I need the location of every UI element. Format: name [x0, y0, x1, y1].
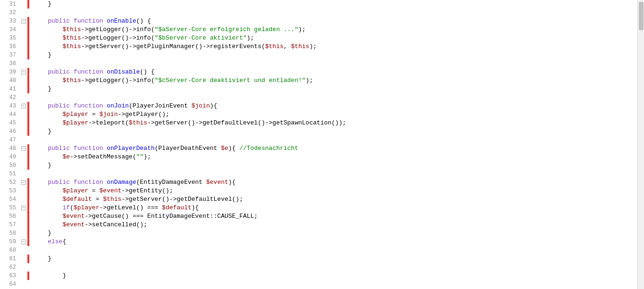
- red-line-indicator: [27, 238, 29, 246]
- code-content: }: [31, 0, 637, 8]
- plain-token: [33, 204, 62, 211]
- kw-public-token: public: [48, 179, 70, 186]
- fold-gutter[interactable]: −: [20, 19, 27, 24]
- code-line: 44 $player = $join->getPlayer();: [0, 110, 637, 119]
- code-content: }: [31, 127, 637, 136]
- code-line: 63 }: [0, 272, 637, 280]
- plain-token: [33, 187, 62, 194]
- plain-token: ->getPlayer();: [118, 111, 169, 118]
- fold-gutter[interactable]: −: [20, 206, 27, 210]
- str-token: "$cServer-Core deaktiviert und entladen!…: [154, 77, 305, 84]
- line-number: 33: [0, 18, 20, 25]
- plain-token: [33, 77, 62, 84]
- fn-name-token: onPlayerDeath: [107, 145, 154, 152]
- line-number: 45: [0, 120, 20, 126]
- plain-token: [33, 34, 62, 41]
- str-token: "$bServer-Core aktiviert": [154, 34, 246, 41]
- code-line: 48− public function onPlayerDeath(Player…: [0, 144, 637, 153]
- plain-token: [103, 179, 107, 186]
- str-token: "": [136, 153, 144, 160]
- line-number: 60: [0, 247, 20, 254]
- plain-token: ->teleport(: [88, 119, 129, 126]
- var-token: $this: [62, 77, 81, 84]
- fold-gutter[interactable]: −: [20, 70, 27, 74]
- plain-token: [33, 153, 62, 160]
- var-token: $player: [74, 204, 100, 211]
- plain-token: ->getLogger()->info(: [81, 77, 154, 84]
- scrollbar-thumb[interactable]: [639, 2, 644, 30]
- kw-function-token: function: [74, 179, 103, 186]
- red-line-indicator: [27, 119, 29, 127]
- line-number: 58: [0, 230, 20, 237]
- plain-token: }: [33, 0, 51, 8]
- red-line-indicator: [27, 272, 29, 280]
- fold-icon[interactable]: −: [21, 239, 26, 244]
- kw-function-token: function: [74, 145, 103, 152]
- fold-gutter[interactable]: −: [20, 180, 27, 185]
- fold-icon[interactable]: −: [21, 206, 26, 210]
- code-line: 40 $this->getLogger()->info("$cServer-Co…: [0, 76, 637, 85]
- var-token: $this: [62, 26, 81, 33]
- var-token: $e: [221, 145, 229, 152]
- line-number: 61: [0, 256, 20, 262]
- code-line: 38: [0, 59, 637, 68]
- var-token: $player: [62, 119, 88, 126]
- line-number: 57: [0, 222, 20, 228]
- code-content: }: [31, 255, 637, 263]
- fn-name-token: onEnable: [107, 17, 136, 25]
- fold-icon[interactable]: −: [21, 19, 26, 24]
- plain-token: }: [33, 51, 51, 58]
- var-token: $event: [99, 187, 121, 194]
- plain-token: ->getServer()->getDefaultLevel();: [121, 196, 243, 203]
- plain-token: (EntityDamageEvent: [136, 179, 206, 186]
- code-line: 31 }: [0, 0, 637, 8]
- red-line-indicator: [27, 221, 29, 229]
- kw-public-token: public: [48, 145, 70, 152]
- plain-token: }: [33, 162, 51, 169]
- plain-token: () {: [136, 17, 151, 25]
- code-line: 57 $event->setCancelled();: [0, 221, 637, 229]
- fold-icon[interactable]: −: [21, 180, 26, 185]
- fold-icon[interactable]: −: [21, 146, 26, 151]
- plain-token: [70, 68, 74, 75]
- code-content: $this->getServer()->getPluginManager()->…: [31, 42, 637, 51]
- line-number: 38: [0, 60, 20, 67]
- code-area: 31 }3233− public function onEnable() {34…: [0, 0, 637, 289]
- line-number: 53: [0, 188, 20, 194]
- code-content: }: [31, 85, 637, 93]
- line-number: 47: [0, 137, 20, 143]
- red-line-indicator: [27, 0, 29, 8]
- code-line: 64: [0, 280, 637, 289]
- fold-icon[interactable]: −: [21, 70, 26, 74]
- var-token: $this: [129, 119, 147, 126]
- kw-if-token: if: [62, 204, 70, 211]
- code-lines: 31 }3233− public function onEnable() {34…: [0, 0, 637, 289]
- var-token: $this: [62, 43, 81, 50]
- kw-public-token: public: [48, 102, 70, 109]
- red-line-indicator: [27, 187, 29, 195]
- fold-icon[interactable]: −: [21, 104, 26, 108]
- fold-gutter[interactable]: −: [20, 146, 27, 151]
- fn-name-token: onDisable: [107, 68, 140, 75]
- plain-token: [33, 68, 48, 75]
- plain-token: );: [247, 34, 254, 41]
- code-content: }: [31, 229, 637, 238]
- code-line: 47: [0, 136, 637, 144]
- fold-gutter[interactable]: −: [20, 104, 27, 108]
- fold-gutter[interactable]: −: [20, 239, 27, 244]
- red-line-indicator: [27, 195, 29, 204]
- code-content: $player->teleport($this->getServer()->ge…: [31, 119, 637, 127]
- line-number: 36: [0, 43, 20, 50]
- code-content: $event->getCause() === EntityDamageEvent…: [31, 212, 637, 221]
- red-line-indicator: [27, 34, 29, 42]
- var-token: $player: [62, 187, 88, 194]
- red-line-indicator: [27, 68, 29, 76]
- code-content: $event->setCancelled();: [31, 221, 637, 229]
- code-line: 52− public function onDamage(EntityDamag…: [0, 178, 637, 187]
- plain-token: ->setCancelled();: [85, 221, 147, 228]
- plain-token: }: [33, 128, 51, 135]
- plain-token: =: [88, 111, 99, 118]
- red-line-indicator: [27, 25, 29, 34]
- plain-token: ->getCause() === EntityDamageEvent::CAUS…: [85, 213, 258, 220]
- scrollbar-vertical[interactable]: [637, 0, 644, 289]
